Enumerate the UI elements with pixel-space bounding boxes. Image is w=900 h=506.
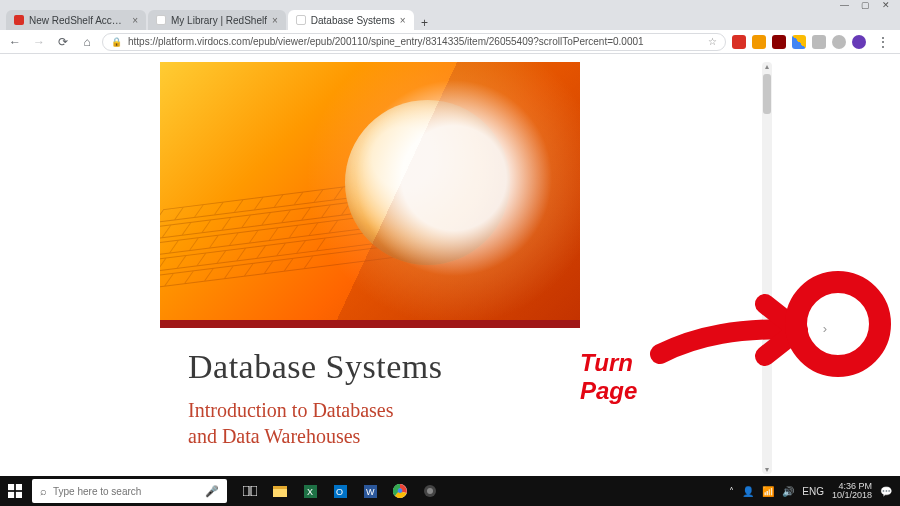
clock[interactable]: 4:36 PM 10/1/2018 — [832, 482, 872, 500]
extension-icon[interactable] — [752, 35, 766, 49]
excel-icon[interactable]: X — [297, 478, 323, 504]
svg-point-0 — [796, 282, 880, 366]
address-bar[interactable]: 🔒 ☆ — [102, 33, 726, 51]
book-cover-image — [160, 62, 580, 320]
content-viewport: Database Systems Introduction to Databas… — [0, 54, 900, 476]
svg-rect-5 — [243, 486, 249, 496]
start-button[interactable] — [0, 476, 30, 506]
wifi-icon[interactable]: 📶 — [762, 486, 774, 497]
tabstrip: New RedShelf Account Setup - a × My Libr… — [0, 10, 900, 30]
svg-rect-6 — [251, 486, 257, 496]
people-icon[interactable]: 👤 — [742, 486, 754, 497]
word-icon[interactable]: W — [357, 478, 383, 504]
task-view-icon[interactable] — [237, 478, 263, 504]
taskbar-apps: X O W — [237, 478, 443, 504]
tab-my-library[interactable]: My Library | RedShelf × — [148, 10, 286, 30]
extension-icon[interactable] — [792, 35, 806, 49]
scroll-down-icon[interactable]: ▾ — [762, 465, 772, 474]
tab-gmail[interactable]: New RedShelf Account Setup - a × — [6, 10, 146, 30]
svg-rect-3 — [8, 492, 14, 498]
extension-icon[interactable] — [812, 35, 826, 49]
windows-icon — [8, 484, 22, 498]
page-scrollbar[interactable]: ▴ ▾ — [762, 62, 772, 474]
tab-title: Database Systems — [311, 15, 395, 26]
svg-rect-2 — [16, 484, 22, 490]
close-icon[interactable]: × — [400, 15, 406, 26]
mic-icon[interactable]: 🎤 — [205, 485, 219, 498]
annotation-text: Page — [580, 377, 637, 404]
chrome-icon[interactable] — [387, 478, 413, 504]
language-indicator[interactable]: ENG — [802, 486, 824, 497]
svg-point-18 — [427, 488, 433, 494]
svg-rect-8 — [273, 486, 287, 489]
taskbar: ⌕ 🎤 X O W ˄ 👤 📶 🔊 ENG 4:36 PM 10/1/2018 … — [0, 476, 900, 506]
extension-icon[interactable] — [832, 35, 846, 49]
window-minimize[interactable]: — — [840, 0, 849, 10]
extension-icon[interactable] — [732, 35, 746, 49]
window-close[interactable]: ✕ — [882, 0, 890, 10]
scroll-up-icon[interactable]: ▴ — [762, 62, 772, 71]
svg-text:X: X — [307, 487, 313, 497]
outlook-icon[interactable]: O — [327, 478, 353, 504]
file-explorer-icon[interactable] — [267, 478, 293, 504]
home-button[interactable]: ⌂ — [78, 33, 96, 51]
svg-text:O: O — [336, 487, 343, 497]
browser-menu-button[interactable]: ⋮ — [872, 34, 894, 50]
volume-icon[interactable]: 🔊 — [782, 486, 794, 497]
system-tray: ˄ 👤 📶 🔊 ENG 4:36 PM 10/1/2018 💬 — [729, 482, 900, 500]
svg-rect-4 — [16, 492, 22, 498]
url-input[interactable] — [128, 36, 702, 47]
svg-rect-1 — [8, 484, 14, 490]
favicon-gmail-icon — [14, 15, 24, 25]
action-center-icon[interactable]: 💬 — [880, 486, 892, 497]
decorative-globe — [345, 100, 510, 265]
toolbar: ← → ⟳ ⌂ 🔒 ☆ ⋮ — [0, 30, 900, 54]
tab-title: New RedShelf Account Setup - a — [29, 15, 127, 26]
favicon-document-icon — [296, 15, 306, 25]
svg-text:W: W — [366, 487, 375, 497]
book-title: Database Systems — [188, 348, 552, 386]
taskbar-search[interactable]: ⌕ 🎤 — [32, 479, 227, 503]
lock-icon: 🔒 — [111, 37, 122, 47]
extension-icon[interactable] — [772, 35, 786, 49]
scroll-thumb[interactable] — [763, 74, 771, 114]
decorative-keyboard — [160, 168, 489, 320]
tray-overflow-icon[interactable]: ˄ — [729, 486, 734, 497]
favicon-redshelf-icon — [156, 15, 166, 25]
forward-button[interactable]: → — [30, 33, 48, 51]
book-subtitle: Introduction to Databases and Data Wareh… — [188, 398, 552, 449]
search-icon: ⌕ — [40, 485, 47, 497]
tab-database-systems[interactable]: Database Systems × — [288, 10, 414, 30]
next-page-button[interactable]: › — [815, 318, 835, 338]
tab-title: My Library | RedShelf — [171, 15, 267, 26]
close-icon[interactable]: × — [272, 15, 278, 26]
annotation-text: Turn — [580, 349, 633, 376]
bookmark-icon[interactable]: ☆ — [708, 36, 717, 47]
taskbar-search-input[interactable] — [53, 486, 199, 497]
window-maximize[interactable]: ▢ — [861, 0, 870, 10]
ebook-page: Database Systems Introduction to Databas… — [160, 62, 580, 476]
new-tab-button[interactable]: + — [416, 16, 434, 30]
close-icon[interactable]: × — [132, 15, 138, 26]
back-button[interactable]: ← — [6, 33, 24, 51]
cover-divider — [160, 320, 580, 328]
app-icon[interactable] — [417, 478, 443, 504]
reload-button[interactable]: ⟳ — [54, 33, 72, 51]
profile-avatar-icon[interactable] — [852, 35, 866, 49]
clock-date: 10/1/2018 — [832, 491, 872, 500]
